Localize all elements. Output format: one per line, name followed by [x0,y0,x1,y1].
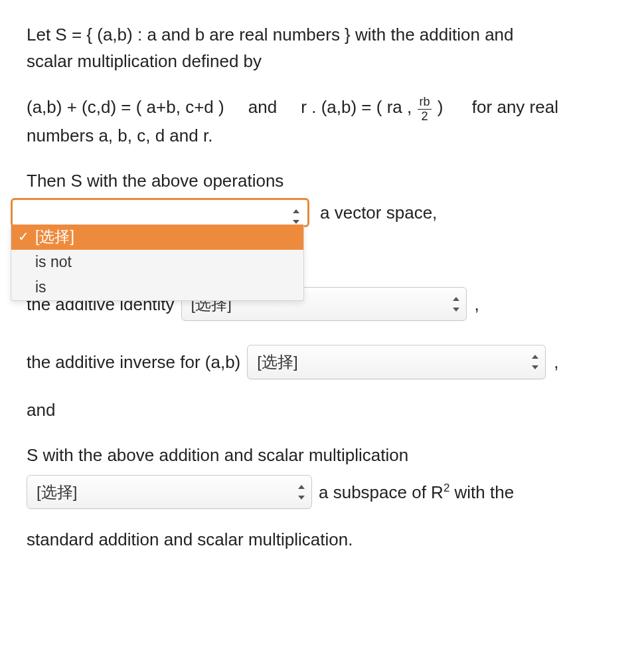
closing-line: standard addition and scalar multiplicat… [27,526,617,553]
additive-inverse-label: the additive inverse for (a,b) [27,349,240,375]
numbers-list: numbers a, b, c, d and r. [27,126,212,145]
select-value: [选择] [37,483,77,501]
blank-3-row: the additive inverse for (a,b) [选择] , [27,345,617,379]
r2-superscript: 2 [443,482,449,494]
blank-1-options-list: ✓ [选择] is not is [11,225,304,301]
question-body: Let S = { (a,b) : a and b are real numbe… [0,0,644,599]
option-label: is [35,278,46,296]
definition-line: (a,b) + (c,d) = ( a+b, c+d ) and r . (a,… [27,94,617,149]
blank-4-select[interactable]: [选择] [27,475,312,509]
fraction-denominator: 2 [418,109,431,122]
select-value: [选择] [257,353,297,371]
fraction-numerator: rb [418,96,431,108]
subspace-intro: S with the above addition and scalar mul… [27,442,617,468]
blank-3-select[interactable]: [选择] [247,345,546,379]
after-blank-1-text: a vector space, [320,199,437,226]
fraction-rb-over-2: rb 2 [418,96,431,122]
stepper-icon [530,355,540,369]
intro-line-1: Let S = { (a,b) : a and b are real numbe… [27,25,514,45]
intro-paragraph: Let S = { (a,b) : a and b are real numbe… [27,21,617,75]
scalar-def-pre: r . (a,b) = ( ra , [301,97,412,117]
blank-1-option-is-not[interactable]: is not [11,250,303,275]
subspace-text: a subspace of R2 with the [319,479,514,506]
blank-1-option-is[interactable]: is [11,275,303,300]
intro-line-2: scalar multiplication defined by [27,51,262,71]
stepper-icon [291,209,301,224]
subspace-text-a: a subspace of R [319,482,443,502]
scalar-def-post: ) [438,97,443,117]
blank-1-option-placeholder[interactable]: ✓ [选择] [11,225,303,250]
subspace-text-b: with the [449,482,514,502]
blank-1-select-open[interactable] [11,198,309,227]
blank-1-select-wrap: ✓ [选择] is not is [11,198,309,227]
blank-1-row: ✓ [选择] is not is a vector space, [11,198,617,227]
and-connector-line: and [27,397,617,423]
comma-2: , [475,291,479,318]
and-connector: and [248,97,277,117]
then-s-line: Then S with the above operations [27,167,617,194]
check-icon: ✓ [18,229,29,246]
addition-def: (a,b) + (c,d) = ( a+b, c+d ) [27,97,224,117]
option-label: [选择] [35,228,74,245]
stepper-icon [297,485,306,500]
stepper-icon [451,297,461,312]
blank-4-row: [选择] a subspace of R2 with the [27,475,617,509]
comma-3: , [554,349,558,375]
option-label: is not [35,253,72,270]
for-any-real: for any real [472,97,558,117]
